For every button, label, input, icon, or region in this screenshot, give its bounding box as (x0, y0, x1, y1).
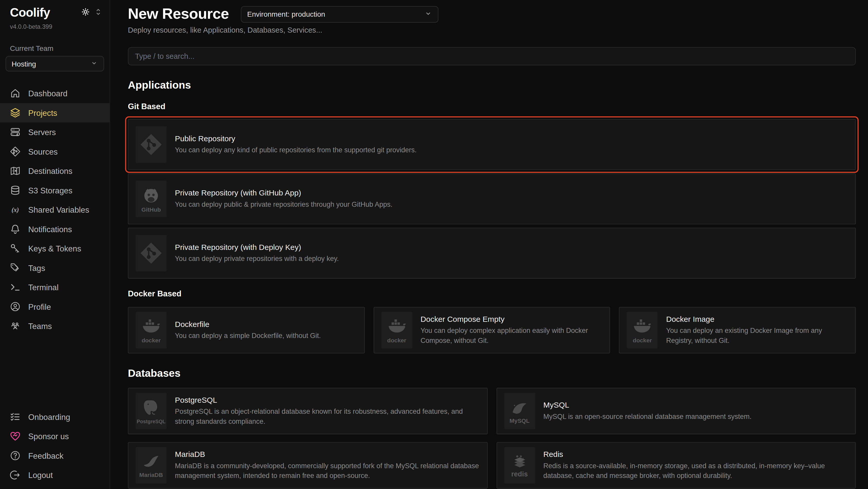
page-title: New Resource (128, 6, 229, 23)
sidebar-header: Coolify (0, 6, 110, 20)
database-icon (9, 184, 21, 196)
user-circle-icon (9, 301, 21, 312)
card-title: MySQL (543, 400, 751, 409)
database-cards: PostgreSQL PostgreSQL PostgreSQL is an o… (128, 388, 856, 489)
sidebar-item-label: Notifications (28, 225, 72, 234)
coolify-app: Coolify (0, 0, 868, 489)
mariadb-wordmark: MariaDB (140, 472, 163, 478)
card-dockerfile[interactable]: docker Dockerfile You can deploy a simpl… (128, 307, 365, 353)
environment-select[interactable]: Environment: production (241, 6, 439, 23)
sidebar-item-dashboard[interactable]: Dashboard (0, 84, 110, 103)
card-title: Private Repository (with Deploy Key) (175, 243, 339, 252)
card-private-repository-github-app[interactable]: GitHub Private Repository (with GitHub A… (128, 173, 856, 224)
docker-logo: docker (381, 312, 412, 348)
sidebar-item-label: Logout (28, 470, 53, 480)
card-title: Dockerfile (175, 319, 321, 328)
card-description: You can deploy an existing Docker Image … (666, 326, 848, 346)
sidebar-item-feedback[interactable]: Feedback (0, 446, 110, 465)
tag-icon (9, 262, 21, 274)
team-select-value: Hosting (11, 60, 36, 68)
card-postgresql[interactable]: PostgreSQL PostgreSQL PostgreSQL is an o… (128, 388, 487, 434)
sidebar-item-label: Terminal (28, 283, 59, 292)
sidebar-item-label: S3 Storages (28, 186, 72, 195)
chevron-up-down-icon (95, 8, 102, 18)
card-description: PostgreSQL is an object-relational datab… (175, 407, 480, 427)
docker-based-cards: docker Dockerfile You can deploy a simpl… (128, 307, 856, 353)
sidebar-item-label: Onboarding (28, 412, 70, 422)
mysql-wordmark: MySQL (509, 418, 529, 423)
sidebar-item-label: Destinations (28, 166, 72, 175)
page-subtitle: Deploy resources, like Applications, Dat… (128, 26, 856, 34)
sidebar-footer: Onboarding Sponsor us (0, 407, 110, 485)
sidebar-item-servers[interactable]: Servers (0, 122, 110, 142)
sidebar-item-notifications[interactable]: Notifications (0, 219, 110, 238)
card-title: Docker Compose Empty (421, 315, 602, 324)
postgresql-logo: PostgreSQL (135, 393, 166, 429)
card-docker-compose-empty[interactable]: docker Docker Compose Empty You can depl… (373, 307, 610, 353)
card-redis[interactable]: redis Redis Redis is a source-available,… (496, 442, 856, 488)
server-icon (9, 126, 21, 138)
current-team-label: Current Team (0, 30, 110, 56)
users-icon (9, 320, 21, 332)
card-mysql[interactable]: MySQL MySQL MySQL is an open-source rela… (496, 388, 856, 434)
help-circle-icon (9, 450, 21, 461)
sidebar: Coolify (0, 0, 110, 489)
git-branch-icon (9, 146, 21, 157)
card-description: You can deploy complex application easil… (421, 326, 602, 346)
sun-icon (81, 7, 90, 18)
card-description: You can deploy public & private reposito… (175, 199, 393, 209)
card-title: Private Repository (with GitHub App) (175, 188, 393, 197)
applications-heading: Applications (128, 79, 856, 91)
mysql-logo: MySQL (504, 393, 535, 429)
sidebar-item-sponsor-us[interactable]: Sponsor us (0, 427, 110, 446)
sidebar-item-label: Dashboard (28, 89, 67, 98)
git-based-heading: Git Based (128, 102, 856, 111)
sidebar-collapse-button[interactable] (95, 8, 102, 18)
sidebar-item-destinations[interactable]: Destinations (0, 161, 110, 180)
card-description: You can deploy private repositories with… (175, 254, 339, 264)
card-docker-image[interactable]: docker Docker Image You can deploy an ex… (619, 307, 856, 353)
card-private-repository-deploy-key[interactable]: Private Repository (with Deploy Key) You… (128, 228, 856, 279)
sidebar-item-keys-tokens[interactable]: Keys & Tokens (0, 239, 110, 258)
card-description: You can deploy a simple Dockerfile, with… (175, 331, 321, 341)
sidebar-item-label: Feedback (28, 451, 63, 460)
git-logo (135, 126, 166, 163)
checklist-icon (9, 411, 21, 423)
redis-wordmark: redis (511, 471, 528, 477)
docker-logo: docker (135, 312, 166, 348)
sidebar-item-shared-variables[interactable]: (x) Shared Variables (0, 200, 110, 219)
sidebar-item-logout[interactable]: Logout (0, 465, 110, 485)
theme-toggle-button[interactable] (81, 7, 90, 18)
redis-logo: redis (504, 447, 535, 484)
sidebar-item-profile[interactable]: Profile (0, 297, 110, 316)
card-description: You can deploy any kind of public reposi… (175, 145, 417, 155)
sidebar-item-label: Servers (28, 127, 56, 137)
sidebar-item-onboarding[interactable]: Onboarding (0, 407, 110, 426)
sidebar-item-teams[interactable]: Teams (0, 316, 110, 336)
main-content: New Resource Environment: production Dep… (111, 0, 868, 489)
sidebar-item-label: Sources (28, 147, 58, 156)
sidebar-item-s3-storages[interactable]: S3 Storages (0, 180, 110, 200)
bell-icon (9, 223, 21, 235)
chevron-down-icon (90, 59, 98, 68)
card-title: MariaDB (175, 450, 480, 459)
sidebar-item-sources[interactable]: Sources (0, 142, 110, 161)
github-logo: GitHub (135, 180, 166, 217)
card-mariadb[interactable]: MariaDB MariaDB MariaDB is a community-d… (128, 442, 487, 488)
home-icon (9, 88, 21, 99)
git-based-cards: Public Repository You can deploy any kin… (128, 119, 856, 279)
layers-icon (9, 107, 21, 118)
sidebar-nav: Dashboard Projects Serve (0, 84, 110, 336)
github-wordmark: GitHub (142, 207, 161, 212)
sidebar-item-tags[interactable]: Tags (0, 258, 110, 277)
search-input[interactable] (128, 47, 856, 65)
sidebar-item-label: Tags (28, 263, 45, 272)
git-logo (135, 235, 166, 271)
card-public-repository[interactable]: Public Repository You can deploy any kin… (128, 119, 856, 170)
sidebar-item-terminal[interactable]: Terminal (0, 278, 110, 297)
sidebar-item-projects[interactable]: Projects (0, 103, 110, 122)
team-select[interactable]: Hosting (6, 56, 104, 71)
card-description: MySQL is an open-source relational datab… (543, 411, 751, 422)
docker-wordmark: docker (387, 338, 406, 343)
environment-select-value: Environment: production (247, 10, 325, 18)
